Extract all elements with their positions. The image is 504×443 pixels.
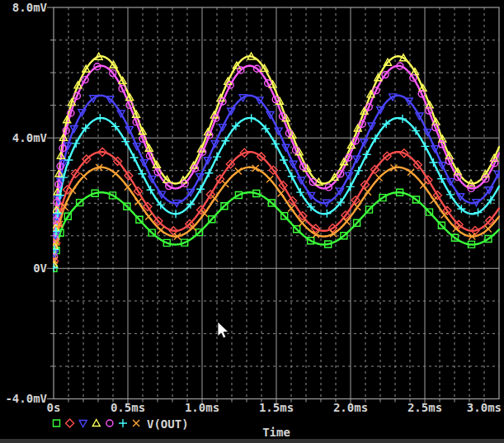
x-axis-title: Time: [249, 426, 304, 439]
legend-marker-x[interactable]: [133, 420, 139, 427]
y-axis-label-0v: 0V: [0, 262, 47, 275]
y-axis-label-4mv: 4.0mV: [0, 132, 47, 144]
legend-marker-diamond[interactable]: [66, 419, 74, 427]
mouse-cursor-arrow: [218, 322, 228, 338]
legend-marker-square[interactable]: [54, 420, 60, 427]
legend-marker-triangle[interactable]: [92, 420, 100, 427]
probe-plot-window: 8.0mV 4.0mV 0V -4.0mV 0s 0.5ms 1.0ms 1.5…: [0, 0, 504, 443]
x-axis-label-1-5ms: 1.5ms: [247, 402, 305, 414]
legend-trace-label[interactable]: V(OUT): [147, 417, 189, 431]
legend-marker-plus[interactable]: [119, 419, 127, 427]
window-bottom-edge: [0, 439, 504, 443]
x-axis-label-2-0ms: 2.0ms: [322, 402, 379, 414]
x-axis-label-0-5ms: 0.5ms: [99, 402, 157, 414]
x-axis-label-3-0ms: 3.0ms: [450, 402, 502, 414]
x-axis-label-1-0ms: 1.0ms: [173, 402, 231, 414]
y-axis-label-8mv: 8.0mV: [0, 2, 47, 14]
legend-marker-nabla[interactable]: [79, 421, 87, 427]
x-axis-label-0s: 0s: [25, 402, 82, 414]
plot-area[interactable]: [0, 0, 504, 443]
legend-markers: [54, 419, 140, 427]
x-axis-label-2-5ms: 2.5ms: [396, 402, 454, 414]
legend-marker-circle[interactable]: [106, 420, 113, 427]
